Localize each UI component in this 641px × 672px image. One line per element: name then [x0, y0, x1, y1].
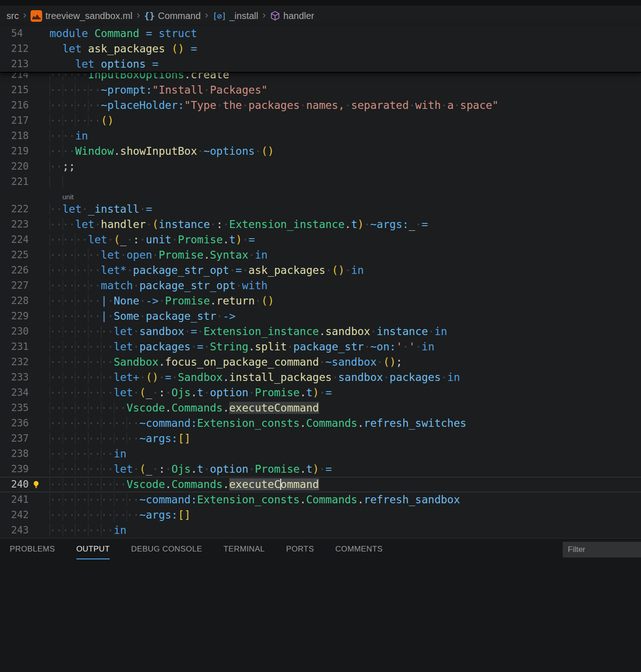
- code-line[interactable]: 240············Vscode.Commands.executeCo…: [0, 477, 641, 492]
- panel-tab-comments[interactable]: COMMENTS: [335, 539, 383, 559]
- code-line[interactable]: 243··········in: [0, 523, 641, 538]
- line-number[interactable]: 221: [0, 174, 29, 190]
- line-number[interactable]: 54: [0, 26, 29, 41]
- line-number[interactable]: 226: [0, 263, 29, 278]
- code-line[interactable]: 220··;;: [0, 159, 641, 174]
- token: |: [101, 295, 107, 307]
- code-line[interactable]: 216········~placeHolder:"Type·the·packag…: [0, 98, 641, 113]
- line-number[interactable]: 229: [0, 309, 29, 324]
- token: ·: [184, 325, 191, 337]
- line-number[interactable]: 236: [0, 416, 29, 431]
- code-line[interactable]: 217········(): [0, 113, 641, 128]
- line-number[interactable]: 232: [0, 355, 29, 370]
- line-content: ········~prompt:"Install·Packages": [50, 82, 641, 98]
- line-number[interactable]: 214: [0, 73, 29, 82]
- code-line[interactable]: 218····in: [0, 128, 641, 144]
- line-number[interactable]: 225: [0, 247, 29, 263]
- code-line[interactable]: 232··········Sandbox.focus_on_package_co…: [0, 355, 641, 370]
- line-number[interactable]: 219: [0, 144, 29, 159]
- glyph-margin: [29, 57, 50, 72]
- line-number[interactable]: 217: [0, 113, 29, 128]
- line-number[interactable]: 239: [0, 462, 29, 477]
- line-number[interactable]: 234: [0, 385, 29, 400]
- type-inlay-hint[interactable]: unit: [63, 193, 74, 201]
- code-line[interactable]: 241··············~command:Extension_cons…: [0, 492, 641, 507]
- code-line[interactable]: 234··········let·(_·:·Ojs.t·option·Promi…: [0, 385, 641, 400]
- code-line[interactable]: 236··············~command:Extension_cons…: [0, 416, 641, 431]
- code-line[interactable]: 213 let options =: [0, 57, 641, 72]
- token: ·: [107, 310, 114, 322]
- line-number[interactable]: 223: [0, 217, 29, 232]
- line-number[interactable]: 241: [0, 492, 29, 507]
- lightbulb-icon[interactable]: [32, 480, 40, 489]
- code-line[interactable]: 227········match·package_str_opt·with: [0, 278, 641, 293]
- sticky-scroll[interactable]: 54module Command = struct212 let ask_pac…: [0, 26, 641, 73]
- line-number[interactable]: 212: [0, 41, 29, 57]
- line-number[interactable]: 233: [0, 370, 29, 385]
- line-content: ··········let·sandbox·=·Extension_instan…: [50, 324, 641, 339]
- panel-tab-debug-console[interactable]: DEBUG CONSOLE: [131, 539, 202, 559]
- code-line[interactable]: 230··········let·sandbox·=·Extension_ins…: [0, 324, 641, 339]
- breadcrumb-item-treeview-sandbox-ml[interactable]: treeview_sandbox.ml: [31, 10, 132, 22]
- code-line[interactable]: 229········|·Some·package_str·->: [0, 309, 641, 324]
- line-content: ··············~command:Extension_consts.…: [50, 416, 641, 431]
- line-number[interactable]: 216: [0, 98, 29, 113]
- code-line[interactable]: 226········let*·package_str_opt·=·ask_pa…: [0, 263, 641, 278]
- token: Syntax: [210, 249, 248, 261]
- code-line[interactable]: 215········~prompt:"Install·Packages": [0, 82, 641, 98]
- line-number[interactable]: 215: [0, 82, 29, 98]
- line-number[interactable]: 242: [0, 507, 29, 523]
- line-number[interactable]: 220: [0, 159, 29, 174]
- code-line[interactable]: 223····let·handler·(instance·:·Extension…: [0, 217, 641, 232]
- line-number[interactable]: 213: [0, 57, 29, 72]
- line-number[interactable]: 231: [0, 339, 29, 355]
- code-line[interactable]: 224······let·(_·:·unit·Promise.t)·=: [0, 232, 641, 247]
- line-number[interactable]: 243: [0, 523, 29, 538]
- code-line[interactable]: 219····Window.showInputBox·~options·(): [0, 144, 641, 159]
- code-line[interactable]: 237··············~args:[]: [0, 431, 641, 446]
- line-number[interactable]: 228: [0, 293, 29, 309]
- code-line[interactable]: 225········let·open·Promise.Syntax·in: [0, 247, 641, 263]
- line-number[interactable]: 238: [0, 446, 29, 462]
- line-content: ··············~args:[]: [50, 507, 641, 523]
- line-content: ······InputBoxOptions.create: [50, 73, 641, 82]
- line-number[interactable]: 218: [0, 128, 29, 144]
- token: let*: [101, 264, 126, 276]
- code-line[interactable]: 242··············~args:[]: [0, 507, 641, 523]
- code-line[interactable]: 228········|·None·->·Promise.return·(): [0, 293, 641, 309]
- code-line[interactable]: 222··let·_install·=: [0, 202, 641, 217]
- panel-tab-terminal[interactable]: TERMINAL: [223, 539, 264, 559]
- code-line[interactable]: 212 let ask_packages () =: [0, 41, 641, 57]
- token: Window: [75, 145, 113, 157]
- line-number[interactable]: 224: [0, 232, 29, 247]
- code-line[interactable]: 54module Command = struct: [0, 26, 641, 41]
- code-line[interactable]: 221: [0, 174, 641, 190]
- code-line[interactable]: 238··········in: [0, 446, 641, 462]
- token: ~args:: [371, 218, 409, 230]
- token: in: [351, 264, 364, 276]
- line-number[interactable]: 222: [0, 202, 29, 217]
- breadcrumb-item-command[interactable]: {}Command: [144, 11, 201, 21]
- token: in: [255, 249, 268, 261]
- code-line[interactable]: 231··········let·packages·=·String.split…: [0, 339, 641, 355]
- line-number[interactable]: 240: [0, 477, 29, 492]
- panel-tab-ports[interactable]: PORTS: [286, 539, 314, 559]
- breadcrumb-item-handler[interactable]: handler: [270, 11, 314, 21]
- inlay-hint-row[interactable]: unit: [0, 190, 641, 202]
- line-number[interactable]: 237: [0, 431, 29, 446]
- token: [50, 58, 75, 70]
- line-number[interactable]: 235: [0, 400, 29, 416]
- line-number[interactable]: 230: [0, 324, 29, 339]
- clipped-code-line[interactable]: 214······InputBoxOptions.create: [0, 73, 641, 82]
- breadcrumb-item-src[interactable]: src: [6, 11, 19, 21]
- filter-input[interactable]: [563, 542, 641, 558]
- line-number[interactable]: 227: [0, 278, 29, 293]
- panel-tab-problems[interactable]: PROBLEMS: [10, 539, 55, 559]
- breadcrumb-item--install[interactable]: [⊘]_install: [213, 11, 258, 21]
- code-line[interactable]: 239··········let·(_·:·Ojs.t·option·Promi…: [0, 462, 641, 477]
- code-line[interactable]: 235············Vscode.Commands.executeCo…: [0, 400, 641, 416]
- code-line[interactable]: 214······InputBoxOptions.create: [0, 73, 641, 82]
- token: ········: [50, 114, 101, 127]
- code-line[interactable]: 233··········let+·()·=·Sandbox.install_p…: [0, 370, 641, 385]
- panel-tab-output[interactable]: OUTPUT: [76, 539, 110, 559]
